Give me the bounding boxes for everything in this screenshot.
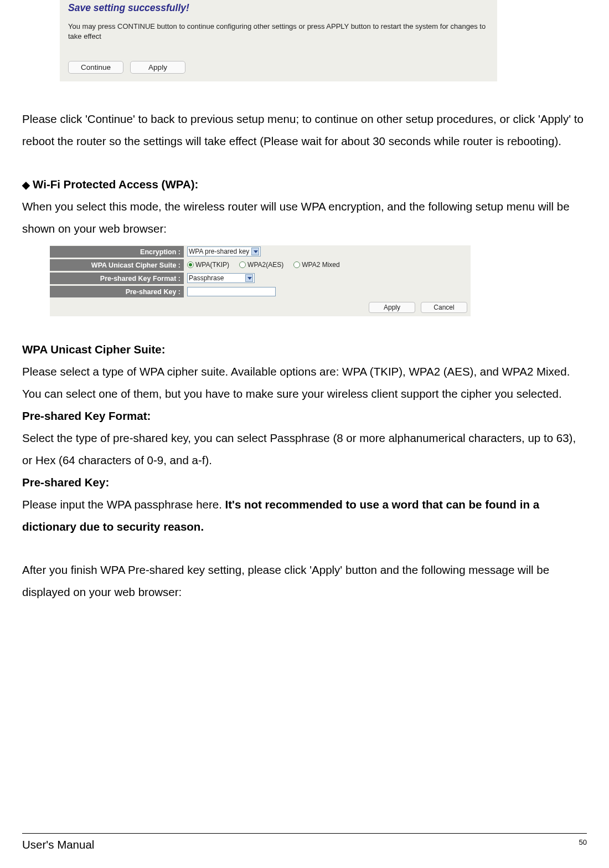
encryption-field: WPA pre-shared key <box>184 245 471 258</box>
cipher-radio-group: WPA(TKIP) WPA2(AES) WPA2 Mixed <box>187 261 340 269</box>
wpa-section-title: Wi-Fi Protected Access (WPA): <box>33 178 198 191</box>
apply-button[interactable]: Apply <box>130 61 185 74</box>
cipher-label: WPA Unicast Cipher Suite : <box>50 259 184 271</box>
wpa-cancel-button[interactable]: Cancel <box>421 302 467 313</box>
keyformat-label: Pre-shared Key Format : <box>50 272 184 284</box>
def-cipher-desc: Please select a type of WPA cipher suite… <box>22 361 587 405</box>
cipher-option-2: WPA2 Mixed <box>302 261 339 269</box>
keyformat-field: Passphrase <box>184 272 471 284</box>
cipher-radio-aes[interactable]: WPA2(AES) <box>239 261 283 269</box>
encryption-row: Encryption : WPA pre-shared key <box>50 245 471 259</box>
presharedkey-label: Pre-shared Key : <box>50 285 184 297</box>
keyformat-select[interactable]: Passphrase <box>187 273 255 283</box>
def-key-term: Pre-shared Key: <box>22 471 587 494</box>
paragraph-after-defs: After you finish WPA Pre-shared key sett… <box>22 559 587 603</box>
wpa-settings-panel: Encryption : WPA pre-shared key WPA Unic… <box>50 245 471 316</box>
def-cipher-term: WPA Unicast Cipher Suite: <box>22 338 587 361</box>
save-dialog-title: Save setting successfully! <box>68 0 489 14</box>
cipher-option-0: WPA(TKIP) <box>195 261 229 269</box>
encryption-label: Encryption : <box>50 245 184 258</box>
cipher-radio-mixed[interactable]: WPA2 Mixed <box>293 261 339 269</box>
def-format-desc: Select the type of pre-shared key, you c… <box>22 427 587 471</box>
radio-icon <box>293 261 300 268</box>
continue-button[interactable]: Continue <box>68 61 123 74</box>
encryption-select[interactable]: WPA pre-shared key <box>187 246 261 256</box>
presharedkey-field <box>184 285 471 297</box>
save-dialog-description: You may press CONTINUE button to continu… <box>68 22 489 41</box>
wpa-apply-button[interactable]: Apply <box>369 302 415 313</box>
wpa-panel-footer: Apply Cancel <box>50 299 471 316</box>
chevron-down-icon <box>245 274 253 282</box>
cipher-row: WPA Unicast Cipher Suite : WPA(TKIP) WPA… <box>50 259 471 272</box>
keyformat-select-value: Passphrase <box>189 274 224 282</box>
def-key-desc: Please input the WPA passphrase here. It… <box>22 494 587 538</box>
presharedkey-row: Pre-shared Key : <box>50 285 471 299</box>
def-format-term: Pre-shared Key Format: <box>22 405 587 427</box>
wpa-section-header: ◆ Wi-Fi Protected Access (WPA): <box>22 173 587 196</box>
save-dialog-buttons: Continue Apply <box>68 61 489 74</box>
cipher-radio-tkip[interactable]: WPA(TKIP) <box>187 261 229 269</box>
cipher-field: WPA(TKIP) WPA2(AES) WPA2 Mixed <box>184 259 471 271</box>
encryption-select-value: WPA pre-shared key <box>189 248 249 255</box>
def-key-desc-prefix: Please input the WPA passphrase here. <box>22 498 225 511</box>
save-setting-dialog: Save setting successfully! You may press… <box>60 0 497 81</box>
chevron-down-icon <box>251 248 259 255</box>
paragraph-after-save: Please click 'Continue' to back to previ… <box>22 108 587 152</box>
diamond-bullet-icon: ◆ <box>22 179 33 191</box>
footer-title: User's Manual <box>22 838 94 851</box>
wpa-section-intro: When you select this mode, the wireless … <box>22 196 587 240</box>
cipher-option-1: WPA2(AES) <box>247 261 283 269</box>
page-footer: User's Manual 50 <box>22 833 587 851</box>
keyformat-row: Pre-shared Key Format : Passphrase <box>50 272 471 285</box>
radio-icon <box>187 261 194 268</box>
footer-page-number: 50 <box>579 838 587 846</box>
presharedkey-input[interactable] <box>187 287 276 296</box>
radio-icon <box>239 261 246 268</box>
